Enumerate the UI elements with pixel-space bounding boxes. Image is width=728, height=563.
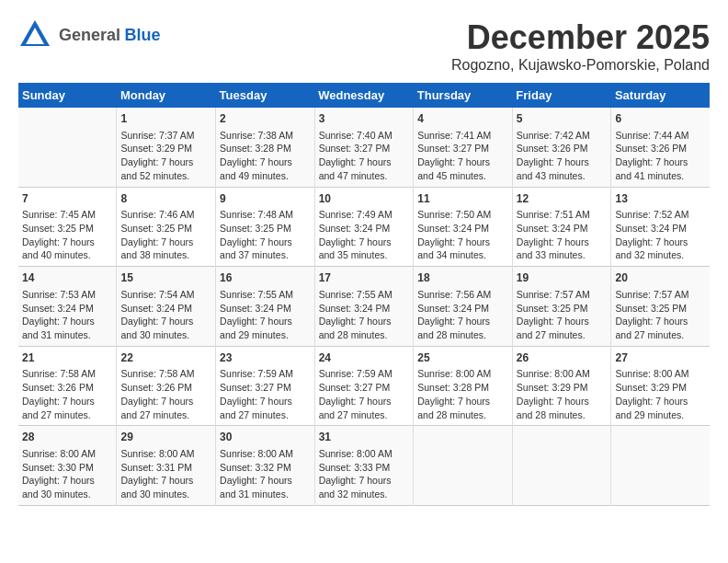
day-info: Sunrise: 7:59 AM Sunset: 3:27 PM Dayligh… xyxy=(220,367,311,421)
calendar-cell: 19Sunrise: 7:57 AM Sunset: 3:25 PM Dayli… xyxy=(512,267,611,347)
day-info: Sunrise: 7:48 AM Sunset: 3:25 PM Dayligh… xyxy=(220,208,311,262)
calendar-cell: 30Sunrise: 8:00 AM Sunset: 3:32 PM Dayli… xyxy=(216,426,315,506)
day-info: Sunrise: 8:00 AM Sunset: 3:33 PM Dayligh… xyxy=(319,447,410,501)
calendar-cell: 27Sunrise: 8:00 AM Sunset: 3:29 PM Dayli… xyxy=(611,346,710,426)
day-info: Sunrise: 7:54 AM Sunset: 3:24 PM Dayligh… xyxy=(120,288,211,342)
calendar-cell: 4Sunrise: 7:41 AM Sunset: 3:27 PM Daylig… xyxy=(414,108,513,187)
day-number: 2 xyxy=(220,111,311,127)
day-info: Sunrise: 7:55 AM Sunset: 3:24 PM Dayligh… xyxy=(319,288,410,342)
title-section: December 2025 Rogozno, Kujawsko-Pomorski… xyxy=(451,18,710,74)
day-info: Sunrise: 7:56 AM Sunset: 3:24 PM Dayligh… xyxy=(417,288,508,342)
calendar-cell: 24Sunrise: 7:59 AM Sunset: 3:27 PM Dayli… xyxy=(314,346,414,426)
day-number: 22 xyxy=(120,350,211,366)
day-info: Sunrise: 8:00 AM Sunset: 3:29 PM Dayligh… xyxy=(517,367,608,421)
calendar-cell: 22Sunrise: 7:58 AM Sunset: 3:26 PM Dayli… xyxy=(117,346,216,426)
calendar-cell: 26Sunrise: 8:00 AM Sunset: 3:29 PM Dayli… xyxy=(512,346,611,426)
day-number: 21 xyxy=(22,350,112,366)
calendar-cell: 17Sunrise: 7:55 AM Sunset: 3:24 PM Dayli… xyxy=(314,267,414,347)
day-number: 4 xyxy=(417,111,508,127)
weekday-header-wednesday: Wednesday xyxy=(314,83,414,108)
day-number: 12 xyxy=(517,191,608,207)
day-number: 19 xyxy=(517,270,608,286)
day-info: Sunrise: 7:58 AM Sunset: 3:26 PM Dayligh… xyxy=(22,367,112,421)
day-info: Sunrise: 7:40 AM Sunset: 3:27 PM Dayligh… xyxy=(319,129,410,183)
calendar-cell: 2Sunrise: 7:38 AM Sunset: 3:28 PM Daylig… xyxy=(216,108,315,187)
day-number: 16 xyxy=(220,270,311,286)
day-info: Sunrise: 8:00 AM Sunset: 3:30 PM Dayligh… xyxy=(22,447,112,501)
day-info: Sunrise: 7:53 AM Sunset: 3:24 PM Dayligh… xyxy=(22,288,112,342)
day-number: 27 xyxy=(615,350,706,366)
day-number: 23 xyxy=(220,350,311,366)
day-number: 9 xyxy=(220,191,311,207)
calendar-cell: 23Sunrise: 7:59 AM Sunset: 3:27 PM Dayli… xyxy=(216,346,315,426)
calendar-cell xyxy=(414,426,513,506)
logo-text: General Blue xyxy=(59,26,161,45)
day-number: 11 xyxy=(417,191,508,207)
day-info: Sunrise: 7:51 AM Sunset: 3:24 PM Dayligh… xyxy=(517,208,608,262)
day-info: Sunrise: 8:00 AM Sunset: 3:32 PM Dayligh… xyxy=(220,447,311,501)
calendar-cell: 1Sunrise: 7:37 AM Sunset: 3:29 PM Daylig… xyxy=(117,108,216,187)
calendar-cell: 11Sunrise: 7:50 AM Sunset: 3:24 PM Dayli… xyxy=(414,187,513,267)
day-number: 30 xyxy=(220,430,311,445)
day-number: 25 xyxy=(417,350,508,366)
day-number: 8 xyxy=(120,191,211,207)
day-info: Sunrise: 7:57 AM Sunset: 3:25 PM Dayligh… xyxy=(615,288,706,342)
weekday-header-row: SundayMondayTuesdayWednesdayThursdayFrid… xyxy=(18,83,710,108)
day-number: 24 xyxy=(319,350,410,366)
calendar-cell xyxy=(512,426,611,506)
day-number: 6 xyxy=(615,111,706,127)
weekday-header-friday: Friday xyxy=(512,83,611,108)
calendar-cell: 12Sunrise: 7:51 AM Sunset: 3:24 PM Dayli… xyxy=(512,187,611,267)
calendar-cell: 5Sunrise: 7:42 AM Sunset: 3:26 PM Daylig… xyxy=(512,108,611,187)
day-number: 5 xyxy=(517,111,608,127)
calendar-cell: 3Sunrise: 7:40 AM Sunset: 3:27 PM Daylig… xyxy=(314,108,414,187)
day-number: 13 xyxy=(615,191,706,207)
calendar-cell: 8Sunrise: 7:46 AM Sunset: 3:25 PM Daylig… xyxy=(117,187,216,267)
day-number: 26 xyxy=(517,350,608,366)
day-info: Sunrise: 7:52 AM Sunset: 3:24 PM Dayligh… xyxy=(615,208,706,262)
day-info: Sunrise: 7:41 AM Sunset: 3:27 PM Dayligh… xyxy=(417,129,508,183)
day-info: Sunrise: 7:45 AM Sunset: 3:25 PM Dayligh… xyxy=(22,208,112,262)
weekday-header-tuesday: Tuesday xyxy=(216,83,315,108)
day-number: 17 xyxy=(319,270,410,286)
calendar-cell: 20Sunrise: 7:57 AM Sunset: 3:25 PM Dayli… xyxy=(611,267,710,347)
calendar-cell: 25Sunrise: 8:00 AM Sunset: 3:28 PM Dayli… xyxy=(414,346,513,426)
subtitle: Rogozno, Kujawsko-Pomorskie, Poland xyxy=(451,57,710,74)
day-info: Sunrise: 7:58 AM Sunset: 3:26 PM Dayligh… xyxy=(120,367,211,421)
day-info: Sunrise: 7:49 AM Sunset: 3:24 PM Dayligh… xyxy=(319,208,410,262)
calendar-cell: 29Sunrise: 8:00 AM Sunset: 3:31 PM Dayli… xyxy=(117,426,216,506)
day-info: Sunrise: 7:37 AM Sunset: 3:29 PM Dayligh… xyxy=(120,129,211,183)
weekday-header-monday: Monday xyxy=(117,83,216,108)
logo: General Blue xyxy=(18,18,161,52)
calendar-cell: 16Sunrise: 7:55 AM Sunset: 3:24 PM Dayli… xyxy=(216,267,315,347)
main-title: December 2025 xyxy=(451,18,710,57)
day-info: Sunrise: 7:55 AM Sunset: 3:24 PM Dayligh… xyxy=(220,288,311,342)
calendar-cell xyxy=(611,426,710,506)
calendar-cell: 13Sunrise: 7:52 AM Sunset: 3:24 PM Dayli… xyxy=(611,187,710,267)
week-row-2: 7Sunrise: 7:45 AM Sunset: 3:25 PM Daylig… xyxy=(18,187,710,267)
day-number: 15 xyxy=(120,270,211,286)
calendar-cell: 6Sunrise: 7:44 AM Sunset: 3:26 PM Daylig… xyxy=(611,108,710,187)
day-info: Sunrise: 7:44 AM Sunset: 3:26 PM Dayligh… xyxy=(615,129,706,183)
day-number: 10 xyxy=(319,191,410,207)
week-row-3: 14Sunrise: 7:53 AM Sunset: 3:24 PM Dayli… xyxy=(18,267,710,347)
day-number: 29 xyxy=(120,430,211,445)
calendar-cell: 7Sunrise: 7:45 AM Sunset: 3:25 PM Daylig… xyxy=(18,187,117,267)
week-row-4: 21Sunrise: 7:58 AM Sunset: 3:26 PM Dayli… xyxy=(18,346,710,426)
day-number: 14 xyxy=(22,270,112,286)
week-row-5: 28Sunrise: 8:00 AM Sunset: 3:30 PM Dayli… xyxy=(18,426,710,506)
day-info: Sunrise: 8:00 AM Sunset: 3:28 PM Dayligh… xyxy=(417,367,508,421)
day-number: 20 xyxy=(615,270,706,286)
day-number: 1 xyxy=(120,111,211,127)
calendar-cell: 9Sunrise: 7:48 AM Sunset: 3:25 PM Daylig… xyxy=(216,187,315,267)
weekday-header-saturday: Saturday xyxy=(611,83,710,108)
day-number: 18 xyxy=(417,270,508,286)
calendar-cell: 31Sunrise: 8:00 AM Sunset: 3:33 PM Dayli… xyxy=(314,426,414,506)
day-info: Sunrise: 7:57 AM Sunset: 3:25 PM Dayligh… xyxy=(517,288,608,342)
calendar-cell: 18Sunrise: 7:56 AM Sunset: 3:24 PM Dayli… xyxy=(414,267,513,347)
weekday-header-thursday: Thursday xyxy=(414,83,513,108)
calendar-cell: 21Sunrise: 7:58 AM Sunset: 3:26 PM Dayli… xyxy=(18,346,117,426)
logo-triangle-icon xyxy=(18,18,51,52)
week-row-1: 1Sunrise: 7:37 AM Sunset: 3:29 PM Daylig… xyxy=(18,108,710,187)
calendar-cell: 10Sunrise: 7:49 AM Sunset: 3:24 PM Dayli… xyxy=(314,187,414,267)
